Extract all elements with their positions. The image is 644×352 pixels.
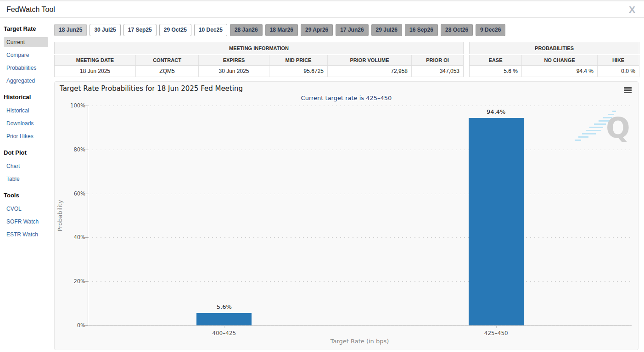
y-tick-label: 0% xyxy=(62,322,85,329)
x-tick-mark xyxy=(496,326,497,328)
y-tick-label: 20% xyxy=(62,278,85,285)
x-tick-label: 400–425 xyxy=(196,330,252,336)
gridline xyxy=(88,281,632,282)
y-tick-mark xyxy=(85,150,88,150)
sidebar-item-prior-hikes[interactable]: Prior Hikes xyxy=(4,131,52,141)
sidebar-item-current[interactable]: Current xyxy=(4,37,48,47)
gridline xyxy=(88,237,632,238)
probabilities-table: PROBABILITIESEASENO CHANGEHIKE5.6 %94.4 … xyxy=(469,42,639,77)
x-axis-label: Target Rate (in bps) xyxy=(88,338,632,345)
table-cell: 94.4 % xyxy=(522,66,598,77)
column-header: NO CHANGE xyxy=(522,55,598,66)
meeting-date-tabs: 18 Jun2530 Jul2517 Sep2529 Oct2510 Dec25… xyxy=(54,24,644,36)
target-rate-probabilities-chart: Target Rate Probabilities for 18 Jun 202… xyxy=(54,81,638,350)
sidebar-section-title: Target Rate xyxy=(4,25,52,32)
tab-meeting-17-jun26[interactable]: 17 Jun26 xyxy=(336,24,368,36)
tab-meeting-18-jun25[interactable]: 18 Jun25 xyxy=(54,24,87,36)
table-cell: 18 Jun 2025 xyxy=(55,66,136,77)
x-share-icon[interactable]: X xyxy=(629,4,635,15)
column-header: MEETING DATE xyxy=(55,55,136,66)
x-tick-label: 425–450 xyxy=(469,330,524,336)
table-row: 5.6 %94.4 %0.0 % xyxy=(470,66,639,77)
app-header: FedWatch Tool X xyxy=(0,1,644,18)
tab-meeting-16-sep26[interactable]: 16 Sep26 xyxy=(405,24,438,36)
sidebar-item-chart[interactable]: Chart xyxy=(4,161,52,171)
gridline xyxy=(88,194,632,194)
tab-meeting-10-dec25[interactable]: 10 Dec25 xyxy=(194,24,227,36)
tab-meeting-17-sep25[interactable]: 17 Sep25 xyxy=(123,24,157,36)
sidebar-item-aggregated[interactable]: Aggregated xyxy=(4,76,52,86)
y-tick-mark xyxy=(85,106,88,106)
page-title: FedWatch Tool xyxy=(0,6,55,14)
sidebar-section-tools: ToolsCVOLSOFR WatchESTR Watch xyxy=(4,192,52,240)
tab-meeting-28-jan26[interactable]: 28 Jan26 xyxy=(230,24,263,36)
gridline xyxy=(88,106,632,106)
y-tick-mark xyxy=(85,237,88,238)
table-cell: 72,958 xyxy=(328,66,412,77)
table-cell: 30 Jun 2025 xyxy=(199,66,269,77)
sidebar-item-historical[interactable]: Historical xyxy=(4,106,52,116)
y-tick-mark xyxy=(85,325,88,326)
table-cell: 0.0 % xyxy=(598,66,639,77)
sidebar-section-historical: HistoricalHistoricalDownloadsPrior Hikes xyxy=(4,94,52,141)
table-caption: MEETING INFORMATION xyxy=(55,42,464,55)
y-tick-mark xyxy=(85,281,88,282)
sidebar-item-sofr-watch[interactable]: SOFR Watch xyxy=(4,217,52,227)
table-cell: 95.6725 xyxy=(269,66,328,77)
table-row: 18 Jun 2025ZQM530 Jun 202595.672572,9583… xyxy=(55,66,464,77)
meeting-information-table: MEETING INFORMATIONMEETING DATECONTRACTE… xyxy=(54,42,464,77)
plot-area: Probability 0%20%40%60%80%100%5.6%400–42… xyxy=(88,106,632,326)
probability-bar-425-450 xyxy=(469,118,524,325)
bar-value-label: 94.4% xyxy=(476,108,517,115)
y-tick-mark xyxy=(85,194,88,194)
x-tick-mark xyxy=(224,326,224,328)
column-header: PRIOR OI xyxy=(412,55,464,66)
sidebar-item-downloads[interactable]: Downloads xyxy=(4,118,52,129)
tab-meeting-30-jul25[interactable]: 30 Jul25 xyxy=(90,24,120,36)
tab-meeting-28-oct26[interactable]: 28 Oct26 xyxy=(441,24,473,36)
chart-menu-icon[interactable] xyxy=(624,87,632,94)
y-axis-label: Probability xyxy=(56,200,63,232)
sidebar: Target RateCurrentCompareProbabilitiesAg… xyxy=(0,18,52,352)
tab-meeting-29-jul26[interactable]: 29 Jul26 xyxy=(371,24,402,36)
tab-meeting-18-mar26[interactable]: 18 Mar26 xyxy=(265,24,298,36)
info-tables-row: MEETING INFORMATIONMEETING DATECONTRACTE… xyxy=(54,42,644,77)
sidebar-item-table[interactable]: Table xyxy=(4,174,52,184)
column-header: PRIOR VOLUME xyxy=(328,55,412,66)
chart-title: Target Rate Probabilities for 18 Jun 202… xyxy=(60,84,243,93)
sidebar-item-cvol[interactable]: CVOL xyxy=(4,204,52,214)
tab-meeting-29-apr26[interactable]: 29 Apr26 xyxy=(301,24,333,36)
tab-meeting-9-dec26[interactable]: 9 Dec26 xyxy=(476,24,505,36)
gridline xyxy=(88,325,632,326)
table-cell: 347,053 xyxy=(412,66,464,77)
table-cell: 5.6 % xyxy=(470,66,522,77)
column-header: CONTRACT xyxy=(136,55,199,66)
y-tick-label: 80% xyxy=(62,146,85,153)
main-content: 18 Jun2530 Jul2517 Sep2529 Oct2510 Dec25… xyxy=(54,18,644,352)
sidebar-item-compare[interactable]: Compare xyxy=(4,50,52,60)
y-tick-label: 100% xyxy=(62,102,85,109)
sidebar-item-probabilities[interactable]: Probabilities xyxy=(4,63,52,73)
bar-value-label: 5.6% xyxy=(203,303,245,310)
sidebar-section-dot-plot: Dot PlotChartTable xyxy=(4,149,52,184)
sidebar-section-title: Historical xyxy=(4,94,52,101)
sidebar-section-title: Dot Plot xyxy=(4,149,52,156)
sidebar-item-estr-watch[interactable]: ESTR Watch xyxy=(4,229,52,240)
gridline xyxy=(88,150,632,150)
column-header: EXPIRES xyxy=(199,55,269,66)
column-header: EASE xyxy=(470,55,522,66)
table-caption: PROBABILITIES xyxy=(470,42,639,55)
table-cell: ZQM5 xyxy=(136,66,199,77)
column-header: HIKE xyxy=(598,55,639,66)
svg-text:Q: Q xyxy=(606,111,630,145)
sidebar-section-target-rate: Target RateCurrentCompareProbabilitiesAg… xyxy=(4,25,52,86)
probability-bar-400-425 xyxy=(196,313,252,325)
chart-subtitle: Current target rate is 425–450 xyxy=(55,95,638,101)
y-tick-label: 60% xyxy=(62,190,85,197)
column-header: MID PRICE xyxy=(269,55,328,66)
quikstrike-q-watermark: Q xyxy=(573,107,632,145)
sidebar-section-title: Tools xyxy=(4,192,52,199)
tab-meeting-29-oct25[interactable]: 29 Oct25 xyxy=(159,24,191,36)
y-tick-label: 40% xyxy=(62,234,85,240)
